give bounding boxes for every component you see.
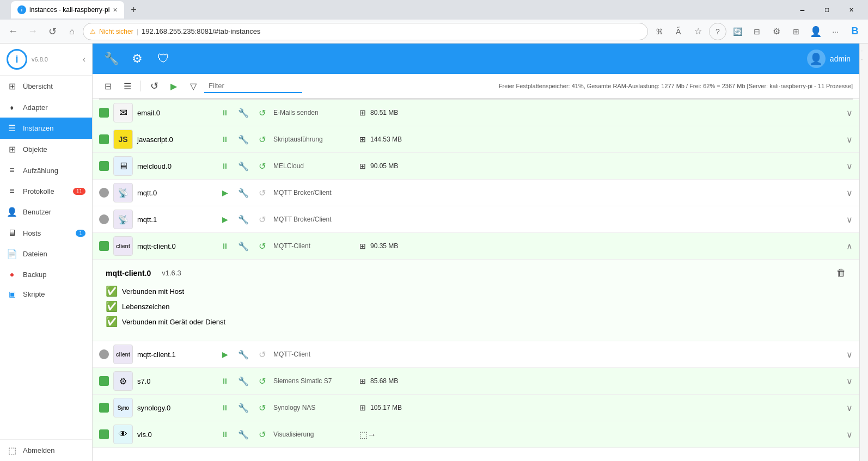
win-maximize-btn[interactable]: □ — [815, 2, 839, 18]
sidebar-item-instanzen[interactable]: ☰ Instanzen — [0, 118, 92, 139]
pause-mqtt-client0-btn[interactable]: ⏸ — [218, 239, 232, 253]
settings-mqtt-client0-btn[interactable]: 🔧 — [236, 239, 250, 253]
settings-melcloud-btn[interactable]: 🔧 — [236, 159, 250, 173]
restart-vis-btn[interactable]: ↺ — [255, 427, 269, 441]
pause-email-btn[interactable]: ⏸ — [218, 106, 232, 120]
expand-mqtt0-btn[interactable]: ∨ — [846, 188, 853, 198]
sidebar-nav: ⊞ Übersicht ⬧ Adapter ☰ Instanzen ⊞ Obje… — [0, 76, 92, 439]
collections-btn[interactable]: ⊞ — [787, 23, 805, 40]
icon-mqtt-client0: client — [113, 236, 133, 256]
pause-vis-btn[interactable]: ⏸ — [218, 427, 232, 441]
expand-melcloud-btn[interactable]: ∨ — [846, 161, 853, 171]
win-minimize-btn[interactable]: – — [790, 2, 815, 18]
restart-mqtt-client1-btn[interactable]: ↺ — [255, 347, 269, 361]
sidebar-item-skripte[interactable]: ▣ Skripte — [0, 284, 92, 304]
expand-vis-btn[interactable]: ∨ — [846, 429, 853, 440]
play-mqtt-client1-btn[interactable]: ▶ — [218, 347, 232, 361]
sidebar-item-abmelden[interactable]: ⬚ Abmelden — [0, 439, 92, 461]
expand-synology-btn[interactable]: ∨ — [846, 403, 853, 413]
right-panel-btn-1[interactable]: · — [861, 48, 867, 53]
external-link-vis-btn[interactable]: ⬚→ — [359, 429, 376, 440]
settings-email-btn[interactable]: 🔧 — [236, 106, 250, 120]
gear-btn[interactable]: ⚙ — [127, 49, 147, 69]
help-btn[interactable]: ? — [709, 23, 726, 40]
table-view-btn[interactable]: ⊟ — [99, 77, 117, 95]
list-view-btn[interactable]: ☰ — [119, 77, 136, 95]
restart-melcloud-btn[interactable]: ↺ — [255, 159, 269, 173]
settings-mqtt-client1-btn[interactable]: 🔧 — [236, 347, 250, 361]
refresh-button[interactable]: ↺ — [44, 23, 61, 40]
sidebar-item-dateien[interactable]: 📄 Dateien — [0, 243, 92, 265]
status-indicator-email — [99, 108, 109, 118]
sidebar-item-backup[interactable]: ● Backup — [0, 265, 92, 284]
expand-mqtt1-btn[interactable]: ∨ — [846, 214, 853, 225]
right-panel-btn-2[interactable]: · — [861, 57, 867, 62]
forward-button[interactable]: → — [24, 23, 41, 40]
split-btn[interactable]: ⊟ — [748, 23, 766, 40]
address-bar[interactable]: ⚠ Nicht sicher | 192.168.255.235:8081/#t… — [83, 23, 648, 40]
pause-synology-btn[interactable]: ⏸ — [218, 401, 232, 415]
restart-mqtt1-btn[interactable]: ↺ — [255, 212, 269, 226]
delete-instance-btn[interactable]: 🗑 — [836, 267, 846, 279]
home-button[interactable]: ⌂ — [63, 23, 81, 40]
start-all-btn[interactable]: ▶ — [165, 77, 182, 95]
collapse-mqtt-client0-btn[interactable]: ∧ — [846, 241, 853, 251]
restart-s7-btn[interactable]: ↺ — [255, 374, 269, 388]
sidebar-item-objekte[interactable]: ⊞ Objekte — [0, 139, 92, 160]
pause-melcloud-btn[interactable]: ⏸ — [218, 159, 232, 173]
filter-input[interactable] — [204, 79, 302, 93]
sidebar-item-aufzaehlung[interactable]: ≡ Aufzählung — [0, 160, 92, 181]
more-btn[interactable]: ··· — [827, 23, 844, 40]
details-version: v1.6.3 — [162, 269, 181, 277]
icon-vis: 👁 — [113, 425, 133, 444]
restart-mqtt-client0-btn[interactable]: ↺ — [255, 239, 269, 253]
pause-s7-btn[interactable]: ⏸ — [218, 374, 232, 388]
dateien-icon: 📄 — [7, 249, 17, 259]
filter-btn[interactable]: ▽ — [185, 77, 202, 95]
restart-javascript-btn[interactable]: ↺ — [255, 132, 269, 146]
pause-javascript-btn[interactable]: ⏸ — [218, 132, 232, 146]
settings-mqtt1-btn[interactable]: 🔧 — [236, 212, 250, 226]
new-tab-button[interactable]: + — [126, 2, 142, 17]
wrench-btn[interactable]: 🔧 — [101, 49, 121, 69]
settings-mqtt0-btn[interactable]: 🔧 — [236, 186, 250, 200]
restart-email-btn[interactable]: ↺ — [255, 106, 269, 120]
translate-btn[interactable]: A̋ — [670, 23, 687, 40]
settings-vis-btn[interactable]: 🔧 — [236, 427, 250, 441]
active-tab[interactable]: i instances - kali-raspberry-pi × — [11, 1, 124, 19]
settings-synology-btn[interactable]: 🔧 — [236, 401, 250, 415]
status-line-1: ✅ Verbunden mit Host — [106, 285, 846, 297]
sidebar-item-adapter[interactable]: ⬧ Adapter — [0, 97, 92, 118]
settings2-btn[interactable]: ⚙ — [768, 23, 785, 40]
sidebar-item-benutzer[interactable]: 👤 Benutzer — [0, 201, 92, 223]
refresh-instances-btn[interactable]: ↺ — [145, 77, 163, 95]
restart-mqtt0-btn[interactable]: ↺ — [255, 186, 269, 200]
name-email: email.0 — [137, 109, 213, 117]
back-button[interactable]: ← — [4, 23, 22, 40]
expand-javascript-btn[interactable]: ∨ — [846, 134, 853, 145]
browser-window: i instances - kali-raspberry-pi × + – □ … — [0, 0, 868, 461]
topbar-user-area[interactable]: 👤 admin — [807, 50, 851, 68]
settings-s7-btn[interactable]: 🔧 — [236, 374, 250, 388]
play-mqtt1-btn[interactable]: ▶ — [218, 212, 232, 226]
expand-email-btn[interactable]: ∨ — [846, 108, 853, 118]
status-ok-icon-1: ✅ — [106, 285, 118, 297]
settings-javascript-btn[interactable]: 🔧 — [236, 132, 250, 146]
bookmark-btn[interactable]: ☆ — [689, 23, 707, 40]
win-close-btn[interactable]: × — [839, 2, 864, 18]
profile-btn[interactable]: 👤 — [807, 23, 824, 40]
sidebar-collapse-btn[interactable]: ‹ — [83, 54, 85, 64]
sidebar-item-hosts[interactable]: 🖥 Hosts 1 — [0, 223, 92, 243]
expand-mqtt-client1-btn[interactable]: ∨ — [846, 349, 853, 360]
tab-close-btn[interactable]: × — [113, 5, 117, 14]
refresh2-btn[interactable]: 🔄 — [729, 23, 746, 40]
sidebar-item-protokolle[interactable]: ≡ Protokolle 11 — [0, 181, 92, 201]
reader-mode-btn[interactable]: ℜ — [650, 23, 668, 40]
restart-synology-btn[interactable]: ↺ — [255, 401, 269, 415]
shield-btn[interactable]: 🛡 — [154, 49, 173, 69]
play-mqtt0-btn[interactable]: ▶ — [218, 186, 232, 200]
sidebar-item-uebersicht[interactable]: ⊞ Übersicht — [0, 76, 92, 97]
edge-btn[interactable]: B — [846, 23, 864, 40]
details-name: mqtt-client.0 — [106, 269, 151, 278]
expand-s7-btn[interactable]: ∨ — [846, 376, 853, 386]
